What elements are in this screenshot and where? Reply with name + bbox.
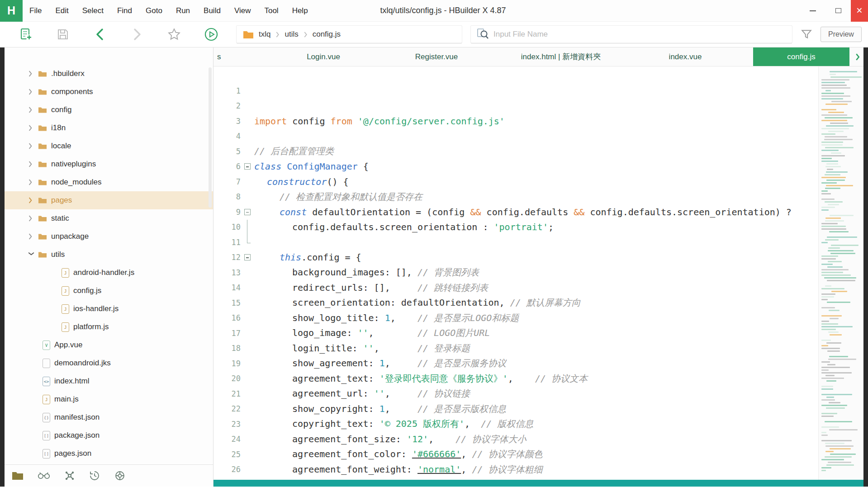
back-icon[interactable] (90, 25, 109, 44)
run-icon[interactable] (202, 25, 221, 44)
tree-item-demoandroid.jks[interactable]: demoandroid.jks (5, 354, 213, 372)
tree-item-locale[interactable]: locale (5, 137, 213, 155)
tree-item-package.json[interactable]: []package.json (5, 426, 213, 444)
code-line[interactable]: 17logo_image: '', // LOGO图片URL (213, 326, 818, 341)
menu-item-help[interactable]: Help (285, 0, 315, 22)
minimap[interactable] (818, 66, 863, 480)
code-line[interactable]: 6class ConfigManager { (213, 159, 818, 175)
history-icon[interactable] (89, 470, 100, 482)
tree-item-android-handler.js[interactable]: Jandroid-handler.js (5, 264, 213, 282)
menu-item-select[interactable]: Select (76, 0, 110, 22)
code-line[interactable]: 18login_title: '', // 登录标题 (213, 341, 818, 356)
horizontal-scrollbar[interactable] (213, 480, 863, 487)
breadcrumb-item[interactable]: txlq (257, 30, 272, 39)
code-line[interactable]: 10config.defaults.screen_orientation : '… (213, 220, 818, 235)
tab-config.js[interactable]: config.js (753, 47, 849, 66)
tree-item-nativeplugins[interactable]: nativeplugins (5, 155, 213, 173)
tree-item-i18n[interactable]: i18n (5, 119, 213, 137)
chevron-down-icon[interactable] (28, 251, 34, 258)
code-line[interactable]: 5// 后台配置管理类 (213, 144, 818, 159)
search-input[interactable] (493, 30, 787, 39)
fold-toggle-icon[interactable] (244, 254, 251, 260)
tree-item-config[interactable]: config (5, 101, 213, 119)
tab-Login.vue[interactable]: Login.vue (267, 47, 380, 66)
code-line[interactable]: 20agreement_text: '登录即代表同意《服务协议》', // 协议… (213, 371, 818, 387)
code-line[interactable]: 23copyright_text: '© 2025 版权所有', // 版权信息 (213, 416, 818, 432)
tree-item-static[interactable]: static (5, 209, 213, 227)
fold-toggle-icon[interactable] (244, 209, 251, 215)
chevron-right-icon[interactable] (28, 125, 34, 131)
code-line[interactable]: 14redirect_urls: [], // 跳转链接列表 (213, 280, 818, 296)
maximize-button[interactable] (825, 0, 851, 22)
binoculars-icon[interactable] (37, 471, 51, 480)
code-line[interactable]: 4 (213, 129, 818, 144)
tree-item-index.html[interactable]: <>index.html (5, 372, 213, 390)
tree-item-pages[interactable]: pages (5, 191, 213, 209)
menu-item-goto[interactable]: Goto (139, 0, 169, 22)
preview-button[interactable]: Preview (821, 27, 862, 42)
breadcrumb-item[interactable]: config.js (311, 30, 342, 39)
chevron-right-icon[interactable] (28, 233, 34, 240)
code-editor[interactable]: 123import config from '@/config/server.c… (213, 66, 818, 480)
tree-item-main.js[interactable]: Jmain.js (5, 390, 213, 408)
close-button[interactable]: × (851, 0, 868, 22)
tree-item-components[interactable]: components (5, 83, 213, 101)
menu-item-find[interactable]: Find (110, 0, 139, 22)
menu-item-tool[interactable]: Tool (257, 0, 285, 22)
code-line[interactable]: 11 (213, 235, 818, 250)
filter-icon[interactable] (799, 27, 814, 42)
tree-item-config.js[interactable]: Jconfig.js (5, 282, 213, 300)
menu-item-edit[interactable]: Edit (48, 0, 75, 22)
menu-item-view[interactable]: View (228, 0, 258, 22)
debug-icon[interactable] (64, 470, 75, 481)
code-line[interactable]: 3import config from '@/config/server.con… (213, 113, 818, 129)
code-line[interactable]: 15screen_orientation: defaultOrientation… (213, 295, 818, 311)
menu-item-run[interactable]: Run (169, 0, 197, 22)
code-line[interactable]: 19show_agreement: 1, // 是否显示服务协议 (213, 356, 818, 371)
chevron-right-icon[interactable] (28, 71, 34, 77)
forward-icon[interactable] (128, 25, 147, 44)
menu-item-build[interactable]: Build (197, 0, 228, 22)
code-line[interactable]: 24agreement_font_size: '12', // 协议字体大小 (213, 432, 818, 447)
files-folder-icon[interactable] (12, 471, 24, 480)
tab-index.html-[interactable]: index.html | 新增資料夾 (493, 47, 629, 66)
code-line[interactable]: 8// 检查配置对象和默认值是否存在 (213, 189, 818, 205)
new-file-icon[interactable] (16, 25, 35, 44)
star-icon[interactable] (165, 25, 184, 44)
menu-item-file[interactable]: File (23, 0, 48, 22)
code-line[interactable]: 25agreement_font_color: '#666666', // 协议… (213, 447, 818, 462)
code-line[interactable]: 16show_logo_title: 1, // 是否显示LOGO和标题 (213, 311, 818, 326)
tree-item-pages.json[interactable]: []pages.json (5, 444, 213, 463)
fold-toggle-icon[interactable] (244, 163, 251, 170)
tree-item-manifest.json[interactable]: {}manifest.json (5, 408, 213, 426)
save-icon[interactable] (53, 25, 72, 44)
tree-item-utils[interactable]: utils (5, 246, 213, 264)
chevron-right-icon[interactable] (28, 197, 34, 203)
tree-item-app.vue[interactable]: VApp.vue (5, 336, 213, 354)
tab-index.vue[interactable]: index.vue (629, 47, 742, 66)
compass-icon[interactable] (114, 470, 126, 482)
chevron-right-icon[interactable] (28, 179, 34, 185)
chevron-right-icon[interactable] (28, 161, 34, 167)
chevron-right-icon[interactable] (28, 89, 34, 95)
minimize-button[interactable] (800, 0, 825, 22)
code-line[interactable]: 13background_images: [], // 背景图列表 (213, 265, 818, 280)
tree-item-.hbuilderx[interactable]: .hbuilderx (5, 65, 213, 83)
tab-s[interactable]: s (213, 47, 234, 66)
code-line[interactable]: 1 (213, 83, 818, 99)
tree-item-ios-handler.js[interactable]: Jios-handler.js (5, 300, 213, 318)
code-line[interactable]: 26agreement_font_weight: 'normal', // 协议… (213, 462, 818, 478)
chevron-right-icon[interactable] (28, 107, 34, 113)
chevron-right-icon[interactable] (28, 143, 34, 149)
code-line[interactable]: 2 (213, 99, 818, 114)
code-line[interactable]: 21agreement_url: '', // 协议链接 (213, 386, 818, 402)
tree-item-platform.js[interactable]: Jplatform.js (5, 318, 213, 336)
sidebar-scrollbar[interactable] (209, 67, 212, 208)
tab-overflow-chevron-icon[interactable] (852, 47, 863, 66)
tree-item-unpackage[interactable]: unpackage (5, 227, 213, 246)
code-line[interactable]: 7constructor() { (213, 174, 818, 189)
tree-item-node_modules[interactable]: node_modules (5, 173, 213, 191)
breadcrumb-item[interactable]: utils (283, 30, 299, 39)
code-line[interactable]: 22show_copyright: 1, // 是否显示版权信息 (213, 402, 818, 417)
tab-Register.vue[interactable]: Register.vue (380, 47, 493, 66)
